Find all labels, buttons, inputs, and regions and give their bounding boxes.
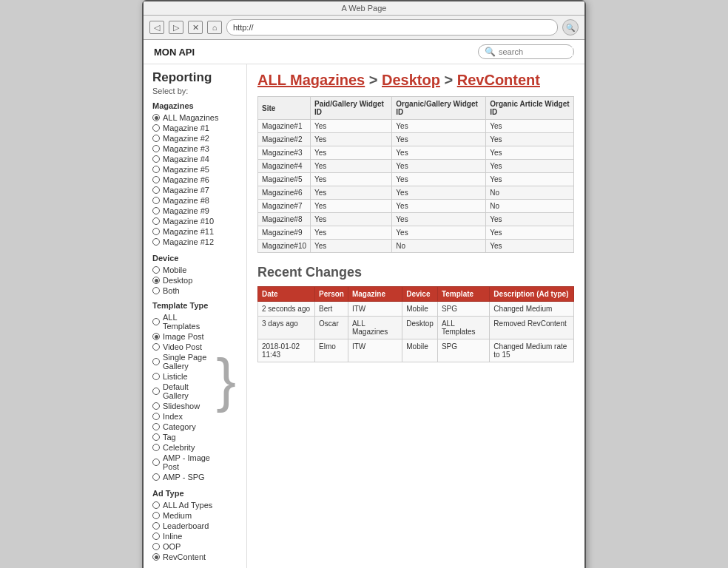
devices-list: MobileDesktopBoth: [152, 266, 215, 295]
adtype-label: ALL Ad Types: [163, 501, 212, 510]
table-cell: Yes: [311, 213, 392, 226]
sidebar-magazine-item[interactable]: Magazine #2: [152, 134, 237, 143]
sidebar-magazine-item[interactable]: Magazine #5: [152, 165, 237, 174]
table-cell: Magazine#7: [258, 200, 311, 213]
table-cell: Yes: [311, 133, 392, 146]
browser-search-button[interactable]: 🔍: [562, 19, 579, 36]
forward-button[interactable]: ▷: [169, 21, 183, 34]
adtype-label: Medium: [163, 511, 192, 520]
recent-cell: Mobile: [402, 339, 438, 362]
recent-row: 2 seconds agoBertITWMobileSPGChanged Med…: [258, 302, 574, 317]
device-label: Both: [163, 286, 180, 295]
table-cell: No: [486, 186, 574, 200]
sidebar-template-item[interactable]: AMP - SPG: [152, 473, 215, 481]
sidebar-magazine-item[interactable]: Magazine #1: [152, 124, 237, 132]
radio-dot: [152, 166, 160, 173]
magazine-label: Magazine #5: [163, 165, 209, 174]
table-cell: Yes: [311, 146, 392, 160]
main-area: Reporting Select by: Magazines ALL Magaz…: [144, 64, 584, 568]
sidebar-template-item[interactable]: Single Page Gallery: [152, 353, 215, 371]
sidebar-template-item[interactable]: Image Post: [152, 332, 215, 341]
sidebar-adtype-item[interactable]: RevContent: [152, 552, 237, 561]
recent-cell: Mobile: [402, 302, 438, 317]
table-cell: Yes: [311, 240, 392, 253]
table-cell: Yes: [392, 213, 486, 226]
recent-header-cell: Description (Ad type): [490, 287, 574, 302]
sidebar-template-item[interactable]: AMP - Image Post: [152, 453, 215, 471]
table-cell: Yes: [392, 173, 486, 186]
device-section-title: Device: [152, 254, 215, 263]
search-bar: 🔍: [478, 44, 574, 59]
sidebar-template-item[interactable]: Listicle: [152, 372, 215, 381]
close-button[interactable]: ✕: [188, 21, 203, 34]
sidebar-template-item[interactable]: Tag: [152, 433, 215, 442]
sidebar-adtype-item[interactable]: Leaderboard: [152, 521, 237, 530]
template-label: Default Gallery: [163, 382, 215, 400]
app-title: MON API: [154, 47, 195, 58]
templates-list: ALL TemplatesImage PostVideo PostSingle …: [152, 313, 215, 481]
sidebar-magazine-item[interactable]: Magazine #6: [152, 175, 237, 184]
app-content: MON API 🔍 Reporting Select by: Magazines…: [144, 40, 584, 568]
table-header-cell: Organic Article Widget ID: [486, 97, 574, 120]
radio-dot: [152, 228, 160, 235]
sidebar-magazine-item[interactable]: Magazine #4: [152, 155, 237, 163]
sidebar-magazine-item[interactable]: Magazine #11: [152, 227, 237, 236]
table-cell: Yes: [311, 173, 392, 186]
radio-dot: [152, 176, 160, 183]
recent-table-header: DatePersonMagazineDeviceTemplateDescript…: [258, 287, 574, 302]
table-cell: Yes: [392, 226, 486, 240]
sidebar-device-item[interactable]: Mobile: [152, 266, 215, 274]
table-header-cell: Paid/Gallery Widget ID: [311, 97, 392, 120]
magazine-label: Magazine #6: [163, 175, 209, 184]
magazines-list: ALL MagazinesMagazine #1Magazine #2Magaz…: [152, 113, 237, 246]
page-heading: Reporting: [152, 70, 237, 85]
sidebar-magazine-item[interactable]: Magazine #8: [152, 196, 237, 205]
recent-cell: ALL Magazines: [348, 317, 402, 339]
sidebar-template-item[interactable]: Index: [152, 412, 215, 421]
recent-cell: SPG: [437, 302, 489, 317]
table-cell: Yes: [311, 160, 392, 173]
magazine-label: Magazine #3: [163, 144, 209, 153]
table-cell: Yes: [486, 133, 574, 146]
sidebar-template-item[interactable]: ALL Templates: [152, 313, 215, 331]
sidebar-template-item[interactable]: Category: [152, 422, 215, 431]
magazine-label: Magazine #10: [163, 217, 214, 226]
sidebar-template-item[interactable]: Celebrity: [152, 443, 215, 452]
radio-dot: [152, 124, 160, 132]
sidebar-adtype-item[interactable]: OOP: [152, 542, 237, 551]
home-button[interactable]: ⌂: [207, 21, 222, 34]
breadcrumb-arrow2: >: [445, 72, 457, 88]
sidebar-magazine-item[interactable]: Magazine #12: [152, 237, 237, 246]
sidebar-magazine-item[interactable]: Magazine #9: [152, 206, 237, 215]
sidebar-template-item[interactable]: Default Gallery: [152, 382, 215, 400]
sidebar-device-item[interactable]: Desktop: [152, 276, 215, 285]
sidebar-magazine-item[interactable]: Magazine #10: [152, 217, 237, 226]
sidebar-adtype-item[interactable]: Inline: [152, 532, 237, 541]
template-label: Listicle: [163, 372, 188, 381]
table-cell: No: [392, 240, 486, 253]
template-label: ALL Templates: [163, 313, 215, 331]
radio-dot: [152, 358, 160, 365]
url-bar[interactable]: [226, 19, 558, 36]
sidebar-magazine-item[interactable]: Magazine #7: [152, 186, 237, 195]
magazine-label: Magazine #4: [163, 155, 209, 163]
table-row: Magazine#3YesYesYes: [258, 146, 574, 160]
table-cell: Magazine#10: [258, 240, 311, 253]
device-label: Mobile: [163, 266, 186, 274]
sidebar-adtype-item[interactable]: Medium: [152, 511, 237, 520]
radio-dot: [152, 145, 160, 152]
sidebar-adtype-item[interactable]: ALL Ad Types: [152, 501, 237, 510]
recent-cell: Oscar: [315, 317, 348, 339]
sidebar-magazine-item[interactable]: Magazine #3: [152, 144, 237, 153]
sidebar-device-item[interactable]: Both: [152, 286, 215, 295]
radio-dot: [152, 135, 160, 142]
recent-cell: Changed Medium rate to 15: [490, 339, 574, 362]
sidebar-template-item[interactable]: Slideshow: [152, 402, 215, 410]
search-input[interactable]: [499, 47, 573, 56]
template-label: Single Page Gallery: [163, 353, 215, 371]
sidebar-template-item[interactable]: Video Post: [152, 342, 215, 351]
breadcrumb-magazines: ALL Magazines: [257, 72, 365, 88]
sidebar-magazine-item[interactable]: ALL Magazines: [152, 113, 237, 122]
back-button[interactable]: ◁: [149, 21, 164, 34]
recent-cell: ITW: [348, 339, 402, 362]
